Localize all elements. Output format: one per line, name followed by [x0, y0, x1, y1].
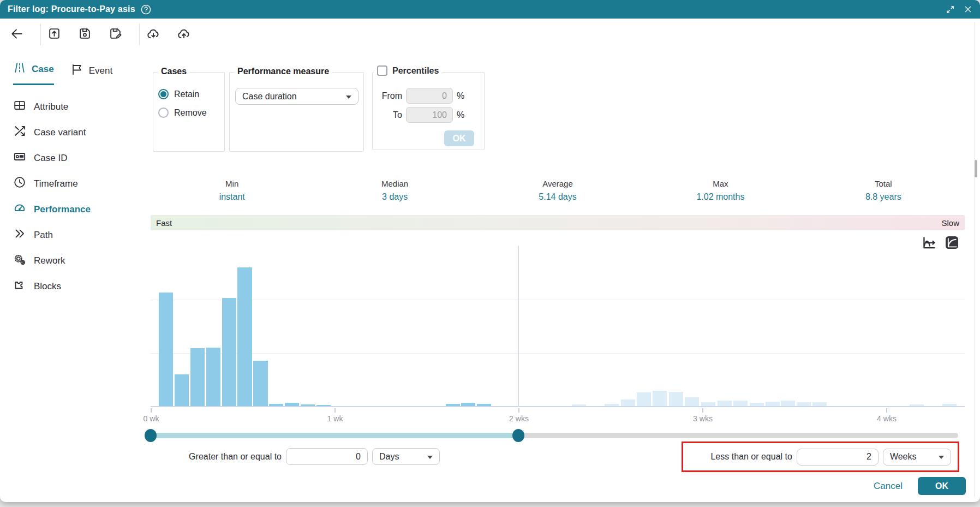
histogram-bar: [461, 403, 475, 406]
histogram-bar: [269, 404, 283, 406]
percentiles-to-label: To: [377, 110, 402, 120]
duration-stats: Min instantMedian 3 daysAverage 5.14 day…: [151, 179, 965, 202]
lower-bound-label: Greater than or equal to: [151, 452, 282, 462]
toolbar: [0, 19, 980, 50]
histogram-bar: [733, 401, 748, 406]
histogram-bar: [621, 399, 635, 406]
upper-bound-highlight-box: Less than or equal to Weeks: [682, 442, 959, 472]
histogram-bar: [910, 404, 924, 406]
tab-event[interactable]: Event: [70, 63, 112, 85]
retain-radio[interactable]: Retain: [158, 89, 199, 99]
arrow-left-icon: [10, 27, 24, 43]
sidebar-item-blocks[interactable]: Blocks: [13, 273, 132, 299]
scrollbar-track[interactable]: [975, 22, 975, 497]
stat-max: Max 1.02 months: [639, 179, 802, 202]
road-icon: [13, 61, 26, 77]
histogram-bar: [253, 361, 267, 406]
sidebar-item-performance[interactable]: Performance: [13, 196, 132, 222]
slider-handle-upper[interactable]: [512, 429, 524, 442]
stat-value: 5.14 days: [476, 192, 639, 202]
duration-range-slider: [151, 429, 958, 442]
close-icon[interactable]: [964, 5, 972, 14]
lower-bound-input[interactable]: [286, 448, 368, 465]
percentiles-checkbox[interactable]: [377, 65, 387, 76]
histogram-bar: [718, 401, 732, 406]
retain-radio-control[interactable]: [158, 89, 169, 99]
filter-sidebar: CaseEvent AttributeCase variantCase IDTi…: [13, 57, 132, 299]
percentiles-to-input[interactable]: [406, 107, 453, 123]
gridline: [151, 300, 965, 300]
histogram-bar: [797, 402, 811, 406]
sidebar-item-attribute[interactable]: Attribute: [13, 94, 132, 120]
save-as-button[interactable]: [109, 27, 139, 42]
axis-tick-label: 4 wks: [877, 414, 897, 423]
histogram-bar: [750, 403, 764, 406]
remove-radio-control[interactable]: [158, 108, 169, 118]
histogram-bar: [605, 404, 619, 406]
stat-average: Average 5.14 days: [476, 179, 639, 202]
measure-select[interactable]: Case duration: [235, 88, 358, 105]
percentiles-ok-button[interactable]: OK: [444, 130, 474, 146]
sidebar-item-case-id[interactable]: Case ID: [13, 145, 132, 171]
clock-icon: [13, 176, 26, 192]
sidebar-item-timeframe[interactable]: Timeframe: [13, 171, 132, 196]
ok-button[interactable]: OK: [918, 477, 966, 495]
slider-track-selected[interactable]: [146, 433, 518, 438]
histogram-bar: [572, 404, 586, 406]
dialog-title: Filter log: Procure-to-Pay asis: [8, 4, 135, 14]
remove-radio-label: Remove: [174, 108, 207, 118]
fast-slow-scale: Fast Slow: [151, 215, 965, 230]
upper-bound-unit-select[interactable]: Weeks: [883, 449, 951, 466]
histogram-bar: [669, 392, 683, 406]
export-button[interactable]: [47, 27, 78, 42]
save-button[interactable]: [78, 27, 109, 42]
measure-select-value: Case duration: [242, 92, 297, 102]
cancel-button[interactable]: Cancel: [874, 481, 903, 492]
percentiles-from-input[interactable]: [406, 88, 453, 104]
stat-value: 3 days: [313, 192, 476, 202]
filter-log-dialog: Filter log: Procure-to-Pay asis CaseEven…: [0, 0, 980, 502]
download-button[interactable]: [146, 27, 177, 43]
histogram-bar: [159, 293, 173, 406]
axis-tick-label: 1 wk: [327, 414, 343, 423]
stat-value: 8.8 years: [802, 192, 965, 202]
sidebar-item-case-variant[interactable]: Case variant: [13, 120, 132, 145]
upper-bound-input[interactable]: [797, 449, 879, 466]
tab-case[interactable]: Case: [13, 61, 54, 85]
expand-icon[interactable]: [946, 5, 955, 14]
stat-median: Median 3 days: [313, 179, 476, 202]
remove-radio[interactable]: Remove: [158, 108, 207, 118]
shuffle-icon: [13, 124, 26, 140]
filter-type-list: AttributeCase variantCase IDTimeframePer…: [13, 94, 132, 299]
retain-radio-label: Retain: [174, 90, 199, 99]
percent-sign: %: [457, 110, 464, 120]
back-button[interactable]: [10, 27, 40, 43]
table-icon: [13, 99, 26, 115]
histogram-bar: [685, 397, 699, 406]
scrollbar-thumb[interactable]: [975, 160, 977, 177]
sidebar-item-path[interactable]: Path: [13, 222, 132, 248]
histogram-bar: [477, 404, 491, 406]
cloud-download-icon: [146, 27, 160, 43]
stat-label: Max: [639, 179, 802, 188]
histogram-bar: [316, 405, 331, 406]
slider-handle-lower[interactable]: [145, 429, 157, 442]
histogram-bar: [653, 391, 667, 406]
stat-value: 1.02 months: [639, 192, 802, 202]
upload-button[interactable]: [177, 27, 207, 43]
axis-tick-label: 2 wks: [509, 414, 529, 423]
gears-icon: [13, 253, 26, 269]
cases-panel: Cases Retain Remove: [153, 72, 225, 152]
lower-bound-unit-select[interactable]: Days: [372, 448, 440, 465]
upper-bound-label: Less than or equal to: [691, 452, 792, 462]
file-upload-icon: [47, 27, 61, 42]
fast-label: Fast: [156, 218, 172, 228]
histogram-bar: [285, 403, 299, 406]
axis-tick: [334, 408, 336, 413]
sidebar-item-rework[interactable]: Rework: [13, 248, 132, 273]
cases-legend: Cases: [158, 67, 190, 76]
duration-histogram[interactable]: 0 wk1 wk2 wks3 wks4 wks: [151, 246, 965, 407]
gauge-icon: [13, 201, 26, 217]
histogram-bar: [190, 348, 205, 406]
help-circle-icon[interactable]: [140, 4, 152, 15]
